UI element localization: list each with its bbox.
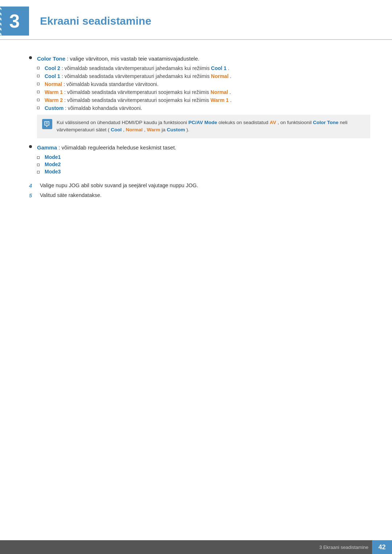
footer-page-number: 42 [372,540,392,554]
warm2-ref: Warm 1 [211,97,229,103]
color-tone-sub-list: Cool 2 : võimaldab seadistada värvitempe… [37,65,370,111]
step-number-4: 4 [29,182,40,189]
cool1-ref: Normal [211,73,228,79]
gamma-sub-list: Mode1 Mode2 Mode3 [37,154,370,175]
bullet-item-gamma: Gamma : võimaldab reguleerida heleduse k… [29,143,370,177]
step-number-5: 5 [29,192,40,198]
step-item-4: 4 Valige nupu JOG abil sobiv suvand ja s… [29,182,370,189]
note-text: Kui välissisend on ühendatud HDMI/DP kau… [57,119,365,134]
warm1-ref: Normal [211,89,228,95]
normal-label: Normal [45,81,62,87]
sub-item-mode1: Mode1 [37,154,370,160]
custom-ref: Custom [167,127,185,132]
main-bullet-list: Color Tone : valige värvitoon, mis vasta… [29,54,370,177]
color-tone-label: Color Tone [37,56,65,62]
sub-item-warm2: Warm 2 : võimaldab seadistada värvitempe… [37,97,370,103]
chapter-box: 3 [0,7,29,36]
custom-text: Custom : võimaldab kohandada värvitooni. [45,105,370,111]
sub-item-warm1: Warm 1 : võimaldab seadistada värvitempe… [37,89,370,95]
color-tone-ref: Color Tone [313,120,338,125]
sub-square [37,156,40,159]
chapter-title: Ekraani seadistamine [36,15,151,27]
mode2-label: Mode2 [45,161,61,167]
sub-item-cool2: Cool 2 : võimaldab seadistada värvitempe… [37,65,370,71]
color-tone-description: : valige värvitoon, mis vastab teie vaat… [67,56,199,62]
sub-item-mode3: Mode3 [37,169,370,175]
bullet-item-color-tone: Color Tone : valige värvitoon, mis vasta… [29,54,370,138]
warm1-text: Warm 1 : võimaldab seadistada värvitempe… [45,89,370,95]
sub-square [37,164,40,166]
sub-item-normal: Normal : võimaldab kuvada standardse vär… [37,81,370,87]
footer-chapter-text: 3 Ekraani seadistamine [319,545,372,550]
cool2-label: Cool 2 [45,65,60,71]
mode3-label: Mode3 [45,169,61,175]
mode3-text: Mode3 [45,169,370,175]
normal-text: Normal : võimaldab kuvada standardse vär… [45,81,370,87]
sub-item-cool1: Cool 1 : võimaldab seadistada värvitempe… [37,73,370,79]
main-content: Color Tone : valige värvitoon, mis vasta… [0,54,392,233]
page-footer: 3 Ekraani seadistamine 42 [0,540,392,554]
sub-square [37,107,40,109]
warm2-text: Warm 2 : võimaldab seadistada värvitempe… [45,97,370,103]
av-ref: AV [270,120,276,125]
page-header: 3 Ekraani seadistamine [0,0,392,40]
sub-item-mode2: Mode2 [37,161,370,167]
mode1-text: Mode1 [45,154,370,160]
mode2-text: Mode2 [45,161,370,167]
chapter-number: 3 [9,12,20,30]
warm-ref: Warm [147,127,160,132]
bullet-dot [29,145,32,148]
custom-label: Custom [45,105,64,111]
sub-square [37,67,40,69]
pcav-mode-ref: PC/AV Mode [188,120,217,125]
warm1-label: Warm 1 [45,89,63,95]
bullet-content-color-tone: Color Tone : valige värvitoon, mis vasta… [37,54,370,138]
step-item-5: 5 Valitud säte rakendatakse. [29,192,370,198]
bullet-dot [29,56,32,59]
bullet-content-gamma: Gamma : võimaldab reguleerida heleduse k… [37,143,370,177]
sub-square [37,91,40,93]
warm2-label: Warm 2 [45,97,63,103]
sub-square [37,83,40,85]
gamma-label: Gamma [37,144,57,151]
step-text-5: Valitud säte rakendatakse. [40,192,370,198]
cool1-label: Cool 1 [45,73,60,79]
sub-square [37,75,40,77]
mode1-label: Mode1 [45,154,61,160]
gamma-text: Gamma : võimaldab reguleerida heleduse k… [37,144,176,151]
color-tone-text: Color Tone : valige värvitoon, mis vasta… [37,56,199,62]
normal-ref: Normal [126,127,143,132]
step-text-4: Valige nupu JOG abil sobiv suvand ja see… [40,182,370,188]
cool-ref: Cool [111,127,122,132]
cool1-text: Cool 1 : võimaldab seadistada värvitempe… [45,73,370,79]
sub-square [37,171,40,173]
cool2-ref: Cool 1 [211,65,226,71]
gamma-description: : võimaldab reguleerida heleduse keskmis… [58,144,176,151]
note-icon [42,119,52,129]
sub-square [37,99,40,101]
step-list: 4 Valige nupu JOG abil sobiv suvand ja s… [29,182,370,198]
cool2-text: Cool 2 : võimaldab seadistada värvitempe… [45,65,370,71]
sub-item-custom: Custom : võimaldab kohandada värvitooni. [37,105,370,111]
note-box: Kui välissisend on ühendatud HDMI/DP kau… [37,115,370,138]
